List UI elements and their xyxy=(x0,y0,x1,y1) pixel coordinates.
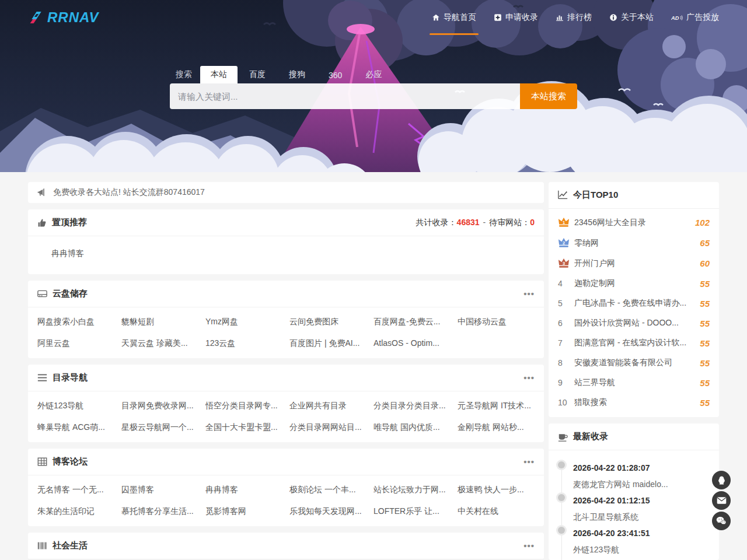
site-link[interactable]: 中关村在线 xyxy=(458,506,535,517)
pinned-card: 置顶推荐 共计收录：46831-待审网站：0 冉冉博客 xyxy=(28,209,544,274)
timeline-dot-icon xyxy=(558,494,565,501)
site-link[interactable]: 外链123导航 xyxy=(37,401,114,411)
top10-item[interactable]: 8安徽麦道智能装备有限公司55 xyxy=(549,353,719,373)
coffee-icon xyxy=(558,432,568,442)
search-tab-本站[interactable]: 本站 xyxy=(200,66,238,83)
site-link[interactable]: 唯导航 国内优质... xyxy=(374,422,451,433)
announcement-text: 免费收录各大站点! 站长交流群807416017 xyxy=(53,187,205,198)
search-tabs: 搜索 本站百度搜狗360必应 xyxy=(170,66,577,83)
search-tab-百度[interactable]: 百度 xyxy=(238,66,277,83)
site-link[interactable]: 极刻论坛 一个丰... xyxy=(289,485,366,495)
site-link[interactable]: 123云盘 xyxy=(205,338,282,349)
site-link[interactable]: 冉冉博客 xyxy=(205,485,282,495)
site-link[interactable]: 全国十大卡盟卡盟... xyxy=(205,422,282,433)
nav-item-排行榜[interactable]: 排行榜 xyxy=(556,0,592,35)
latest-timeline: 2026-04-22 01:28:07麦德龙官方网站 maidelo...202… xyxy=(549,450,719,560)
top10-item[interactable]: 2零纳网65 xyxy=(549,233,719,253)
search-input[interactable] xyxy=(170,83,520,109)
top10-site-name: 广电冰晶卡 - 免费在线申请办... xyxy=(574,298,695,309)
site-link[interactable]: 蜂巢导航 ACG萌... xyxy=(37,422,114,433)
site-link[interactable]: 分类目录分类目录... xyxy=(374,401,451,411)
ellipsis-icon[interactable]: ••• xyxy=(523,457,535,466)
search-block: 搜索 本站百度搜狗360必应 本站搜索 xyxy=(170,66,577,109)
site-link[interactable]: Ymz网盘 xyxy=(205,317,282,327)
search-tab-搜狗[interactable]: 搜狗 xyxy=(277,66,317,83)
svg-text:AD: AD xyxy=(671,15,679,20)
site-link[interactable]: 觅影博客网 xyxy=(205,506,282,517)
top10-site-name: 零纳网 xyxy=(574,238,695,249)
nav-item-广告投放[interactable]: AD广告投放 xyxy=(671,0,719,35)
timeline-dot-icon xyxy=(558,461,565,468)
section-title: 博客论坛 xyxy=(53,456,88,467)
top10-item[interactable]: 6国外设计欣赏网站 - DOOO...55 xyxy=(549,313,719,333)
top10-item[interactable]: 123456网址大全目录102 xyxy=(549,212,719,233)
latest-entry: 2026-04-22 01:12:15北斗卫星导航系统 xyxy=(558,492,710,525)
site-link[interactable]: 企业网共有目录 xyxy=(289,401,366,411)
pinned-link[interactable]: 冉冉博客 xyxy=(51,249,84,258)
site-link[interactable]: 朱某的生活印记 xyxy=(37,506,114,517)
site-link[interactable]: 悟空分类目录网专... xyxy=(205,401,282,411)
rank-number: 10 xyxy=(558,398,567,407)
site-link[interactable]: 无名博客 一个无... xyxy=(37,485,114,495)
site-link[interactable]: 金刚导航 网站秒... xyxy=(458,422,535,433)
top10-visit-count: 65 xyxy=(700,238,710,248)
site-link[interactable]: 云间免费图床 xyxy=(289,317,366,327)
site-link[interactable]: 元圣导航网 IT技术... xyxy=(458,401,535,411)
latest-entry-name[interactable]: 麦德龙官方网站 maidelo... xyxy=(573,480,668,489)
site-link[interactable]: AtlasOS - Optim... xyxy=(374,338,451,349)
ellipsis-icon[interactable]: ••• xyxy=(523,541,535,550)
site-link[interactable]: 百度网盘-免费云... xyxy=(374,317,451,327)
site-link[interactable]: 站长论坛致力于网... xyxy=(374,485,451,495)
site-link[interactable]: 慕托博客分享生活... xyxy=(121,506,198,517)
timeline-dot-icon xyxy=(558,527,565,534)
latest-entry-name[interactable]: 外链123导航 xyxy=(573,545,619,554)
top10-item[interactable]: 10猎取搜索55 xyxy=(549,393,719,412)
ellipsis-icon[interactable]: ••• xyxy=(523,373,535,382)
top10-visit-count: 55 xyxy=(700,378,710,388)
site-link[interactable]: 分类目录网网站目... xyxy=(289,422,366,433)
top10-item[interactable]: 5广电冰晶卡 - 免费在线申请办...55 xyxy=(549,293,719,313)
nav-item-申请收录[interactable]: 申请收录 xyxy=(494,0,538,35)
search-tab-必应[interactable]: 必应 xyxy=(354,66,393,83)
site-logo[interactable]: RRNAV xyxy=(28,9,99,26)
mail-icon[interactable] xyxy=(712,491,731,510)
site-link[interactable]: 目录网免费收录网... xyxy=(121,401,198,411)
latest-entry-time: 2026-04-22 01:12:15 xyxy=(573,492,710,509)
pending-count: 0 xyxy=(530,218,535,227)
top10-item[interactable]: 9站三界导航55 xyxy=(549,373,719,393)
site-link[interactable]: 阿里云盘 xyxy=(37,338,114,349)
site-search-button[interactable]: 本站搜索 xyxy=(520,83,577,109)
site-link[interactable]: LOFTER乐乎 让... xyxy=(374,506,451,517)
nav-item-label: 关于本站 xyxy=(621,12,654,23)
barcode-icon xyxy=(37,541,47,551)
section-links: 无名博客 一个无...囚墨博客冉冉博客极刻论坛 一个丰...站长论坛致力于网..… xyxy=(28,475,544,526)
site-link[interactable]: 星极云导航网一个... xyxy=(121,422,198,433)
section-links: 网盘搜索小白盘貔貅短剧Ymz网盘云间免费图床百度网盘-免费云...中国移动云盘阿… xyxy=(28,307,544,358)
site-link[interactable]: 貔貅短剧 xyxy=(121,317,198,327)
nav-item-label: 导航首页 xyxy=(444,12,476,23)
rank-number: 6 xyxy=(558,318,563,328)
site-link[interactable]: 天翼云盘 珍藏美... xyxy=(121,338,198,349)
crown-rank-icon: 1 xyxy=(558,217,570,228)
wechat-icon[interactable] xyxy=(712,512,731,530)
site-link[interactable]: 囚墨博客 xyxy=(121,485,198,495)
site-link[interactable]: 网盘搜索小白盘 xyxy=(37,317,114,327)
latest-entry: 2026-04-22 01:28:07麦德龙官方网站 maidelo... xyxy=(558,460,710,492)
top10-item[interactable]: 3开州门户网60 xyxy=(549,253,719,274)
top10-visit-count: 55 xyxy=(700,279,710,289)
latest-entry-name[interactable]: 北斗卫星导航系统 xyxy=(573,512,638,522)
site-link[interactable]: 百度图片 | 免费AI... xyxy=(289,338,366,349)
top10-item[interactable]: 4迦勒定制网55 xyxy=(549,274,719,293)
nav-item-关于本站[interactable]: 关于本站 xyxy=(609,0,654,35)
floating-buttons xyxy=(712,471,731,530)
crown-rank-icon: 2 xyxy=(558,237,570,249)
latest-entry: 2026-04-20 23:41:51外链123导航 xyxy=(558,525,710,558)
site-link[interactable]: 乐我知每天发现网... xyxy=(289,506,366,517)
top10-item[interactable]: 7图满意官网 - 在线室内设计软...55 xyxy=(549,333,719,353)
search-tab-360[interactable]: 360 xyxy=(317,67,354,83)
ellipsis-icon[interactable]: ••• xyxy=(523,289,535,298)
nav-item-导航首页[interactable]: 导航首页 xyxy=(432,0,476,35)
qq-icon[interactable] xyxy=(712,471,731,489)
site-link[interactable]: 极速鸭 快人一步... xyxy=(458,485,535,495)
site-link[interactable]: 中国移动云盘 xyxy=(458,317,535,327)
